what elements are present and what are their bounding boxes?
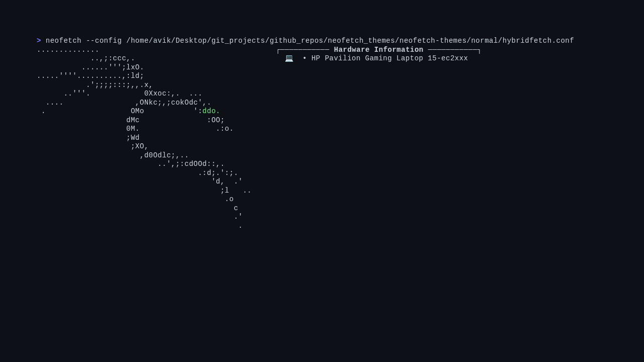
output-row: .....''''..........,:ld; [37, 72, 644, 81]
output-row: . OMo ':ddo. [37, 107, 644, 116]
output-row: .';;;;:::;,,.x, [37, 81, 644, 90]
ascii-line: .';;;;:::;,,.x, [37, 81, 276, 90]
output-row: c [37, 204, 644, 213]
ascii-line: .....''''..........,:ld; [37, 72, 276, 81]
terminal-output[interactable]: > neofetch --config /home/avik/Desktop/g… [37, 37, 644, 230]
ascii-line: .............. [37, 46, 276, 55]
output-row: ..',;:cdOOd::,. [37, 160, 644, 169]
output-row: ,d0Odlc;,.. [37, 151, 644, 160]
ascii-line: .' [37, 213, 276, 222]
ascii-line: .o [37, 195, 276, 204]
ascii-line: ......''';lxO. [37, 63, 276, 72]
prompt-symbol: > [37, 37, 41, 45]
output-row: ;XO, [37, 142, 644, 151]
ascii-line: ,d0Odlc;,.. [37, 151, 276, 160]
ascii-line: ;Wd [37, 134, 276, 143]
section-title: Hardware Information [334, 46, 424, 54]
laptop-icon: 💻 [285, 54, 294, 62]
output-row: ..'''. 0Xxoc:,. ... [37, 89, 644, 99]
output-row: ;l .. [37, 187, 644, 196]
output-row: ......''';lxO. [37, 63, 644, 72]
ascii-line: ;XO, [37, 142, 276, 151]
ascii-line: .... ,ONkc;,;cokOdc',. [37, 99, 276, 108]
command-text: neofetch --config /home/avik/Desktop/git… [46, 37, 574, 45]
ascii-line: .:d;.':;. [37, 169, 276, 178]
info-header-line: ┌─────────── Hardware Information ──────… [276, 46, 644, 55]
box-corner-right: ┐ [477, 46, 482, 54]
box-corner-left: ┌ [276, 46, 280, 54]
box-dash: ─────────── [424, 46, 477, 54]
ascii-line: ..,;:ccc,. [37, 54, 276, 63]
ascii-line: . OMo ':ddo. [37, 107, 276, 116]
ascii-green-fragment: ddo. [202, 107, 220, 115]
ascii-line: . [37, 222, 276, 231]
host-value: HP Pavilion Gaming Laptop 15-ec2xxx [311, 54, 468, 62]
output-row: .:d;.':;. [37, 169, 644, 178]
ascii-line: ..',;:cdOOd::,. [37, 160, 276, 169]
output-row: 0M. .:o. [37, 125, 644, 134]
prompt-line: > neofetch --config /home/avik/Desktop/g… [37, 37, 644, 46]
output-row: .' [37, 213, 644, 222]
output-row: dMc :OO; [37, 116, 644, 125]
output-row: .... ,ONkc;,;cokOdc',. [37, 99, 644, 108]
ascii-line: ..'''. 0Xxoc:,. ... [37, 89, 276, 99]
box-dash: ─────────── [280, 46, 334, 54]
ascii-line: 'd, .' [37, 177, 276, 187]
output-row: 'd, .' [37, 177, 644, 187]
output-row: . [37, 222, 644, 231]
ascii-line: 0M. .:o. [37, 125, 276, 134]
ascii-line: ;l .. [37, 187, 276, 196]
output-row: .............. ┌─────────── Hardware Inf… [37, 46, 644, 55]
ascii-line: c [37, 204, 276, 213]
info-host-line: 💻 • HP Pavilion Gaming Laptop 15-ec2xxx [276, 54, 644, 63]
output-row: .o [37, 195, 644, 204]
output-row: ..,;:ccc,. 💻 • HP Pavilion Gaming Laptop… [37, 54, 644, 63]
ascii-line: dMc :OO; [37, 116, 276, 125]
bullet-icon: • [302, 54, 307, 62]
output-row: ;Wd [37, 134, 644, 143]
